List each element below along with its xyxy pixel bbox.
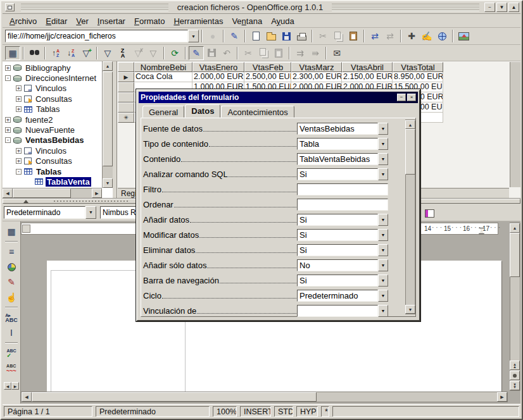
scrollbar-thumb[interactable]: [405, 129, 415, 175]
field-value[interactable]: [297, 183, 388, 195]
scrollbar-thumb[interactable]: [510, 233, 520, 277]
explorer-splitter[interactable]: [113, 61, 117, 198]
insert-mode[interactable]: INSERT: [240, 406, 271, 417]
design-mode-icon[interactable]: [422, 206, 437, 220]
field-value[interactable]: Si: [297, 275, 378, 287]
previous-page-icon[interactable]: ▲▲: [510, 361, 520, 370]
document-horizontal-scrollbar[interactable]: ◀ ▶: [21, 392, 508, 402]
dropdown-icon[interactable]: ▼: [378, 138, 388, 150]
tree-item-vinculos[interactable]: +Vinculos: [3, 145, 102, 156]
field-combobox[interactable]: Tabla▼: [297, 138, 388, 150]
dropdown-icon[interactable]: ▼: [378, 123, 388, 135]
menu-archivo[interactable]: Archivo: [5, 15, 41, 27]
column-header-vtasfeb[interactable]: VtasFeb: [244, 62, 291, 72]
window-menu-icon[interactable]: [5, 3, 15, 11]
field-textbox[interactable]: [297, 183, 388, 195]
copy-icon[interactable]: [256, 46, 271, 60]
dropdown-icon[interactable]: ▼: [378, 275, 388, 287]
dropdown-icon[interactable]: ▼: [378, 305, 388, 317]
titlebar[interactable]: creacion ficheros - OpenOffice.org 1.0.1…: [3, 1, 520, 14]
paragraph-style-value[interactable]: Predeterminado: [4, 206, 85, 219]
scroll-up-icon[interactable]: ▲: [510, 223, 520, 233]
standard-filter-icon[interactable]: ▽: [100, 46, 115, 60]
toolbar-scroll-right-icon[interactable]: ▶: [11, 382, 19, 390]
hide-beamer-icon[interactable]: [23, 200, 28, 203]
sort-ascending-icon[interactable]: ↑AZ: [48, 46, 63, 60]
table-cell[interactable]: 2.150,00 EUR: [342, 72, 393, 82]
navigator-icon[interactable]: ✚: [404, 29, 419, 43]
save-document-icon[interactable]: [279, 29, 294, 43]
tree-item-consultas[interactable]: +Consultas: [3, 94, 102, 104]
undo-icon[interactable]: ⇄: [367, 29, 382, 43]
refresh-icon[interactable]: ⟳: [167, 46, 182, 60]
expand-icon[interactable]: +: [5, 117, 11, 123]
field-value[interactable]: [297, 305, 378, 317]
hyperlink-mode[interactable]: HYP: [296, 406, 318, 417]
dropdown-icon[interactable]: ▼: [378, 229, 388, 241]
tree-item-nuevafuente[interactable]: +NuevaFuente: [3, 125, 102, 135]
dropdown-icon[interactable]: ▼: [378, 153, 388, 165]
field-value[interactable]: Tabla: [297, 138, 378, 150]
form-functions-icon[interactable]: ☝: [4, 290, 19, 305]
column-header-vtastotal[interactable]: VtasTotal: [393, 62, 443, 72]
spellcheck-icon[interactable]: ABC✓: [4, 345, 19, 361]
autotext-icon[interactable]: A▸ABC: [4, 310, 19, 325]
selection-mode[interactable]: STD: [274, 406, 293, 417]
page-style[interactable]: Predeterminado: [96, 406, 210, 417]
close-icon[interactable]: ×: [407, 94, 416, 101]
table-vertical-scrollbar[interactable]: [510, 62, 520, 187]
shade-button-icon[interactable]: ▼: [496, 3, 507, 12]
copy-icon[interactable]: [331, 29, 346, 43]
field-textbox[interactable]: [297, 199, 388, 211]
field-combobox[interactable]: Si▼: [297, 229, 388, 241]
record-selector[interactable]: [118, 92, 134, 102]
redo-icon[interactable]: ⇄: [382, 29, 398, 43]
dropdown-icon[interactable]: ▼: [378, 259, 388, 271]
expand-icon[interactable]: +: [16, 158, 22, 164]
cut-icon[interactable]: ✂: [315, 29, 331, 43]
field-value[interactable]: TablaVentaBebidas: [297, 153, 378, 165]
record-selector[interactable]: [118, 82, 134, 92]
auto-spellcheck-icon[interactable]: ABC~~~: [4, 361, 19, 376]
paste-icon[interactable]: [271, 46, 286, 60]
next-page-icon[interactable]: ▼▼: [510, 381, 520, 390]
dropdown-icon[interactable]: ▼: [378, 244, 388, 256]
mail-merge-icon[interactable]: ✉: [329, 46, 344, 60]
expand-icon[interactable]: +: [16, 106, 22, 112]
apply-filter-icon[interactable]: ▽: [146, 46, 161, 60]
insert-objects-icon[interactable]: [4, 259, 19, 275]
maximize-button-icon[interactable]: ▲: [508, 3, 519, 12]
collapse-icon[interactable]: -: [5, 137, 11, 143]
field-combobox[interactable]: Si▼: [297, 168, 388, 180]
data-source-as-table-icon[interactable]: ▦: [5, 46, 20, 60]
table-row[interactable]: ▶Coca Cola2.000,00 EUR2.500,00 EUR2.300,…: [118, 72, 509, 82]
cut-icon[interactable]: ✂: [241, 46, 256, 60]
insert-table-icon[interactable]: ▦: [4, 224, 19, 239]
menu-ver[interactable]: Ver: [72, 15, 93, 27]
tree-item-tablaventa[interactable]: TablaVenta: [3, 176, 102, 187]
scrollbar-thumb[interactable]: [32, 392, 317, 402]
save-record-icon[interactable]: [204, 46, 219, 60]
record-selector[interactable]: [118, 102, 134, 113]
rollup-icon[interactable]: −: [397, 94, 406, 101]
menu-insertar[interactable]: Insertar: [93, 15, 130, 27]
sort-icon[interactable]: ZA: [115, 46, 130, 60]
toolbar-scroll-left-icon[interactable]: ◀: [4, 382, 11, 390]
field-value[interactable]: [297, 199, 388, 211]
navigation-icon[interactable]: [510, 371, 520, 380]
dropdown-icon[interactable]: ▼: [378, 168, 388, 180]
tree-item-consultas[interactable]: +Consultas: [3, 156, 102, 166]
direct-cursor-on-off-icon[interactable]: I: [4, 325, 19, 340]
paragraph-style-combobox[interactable]: Predeterminado ▼: [4, 206, 96, 219]
zoom-level[interactable]: 100%: [213, 406, 237, 417]
tab-type-selector[interactable]: [22, 225, 30, 233]
column-header-vtasabril[interactable]: VtasAbril: [342, 62, 393, 72]
page-indicator[interactable]: Página 1 / 1: [4, 406, 92, 417]
menu-ventana[interactable]: Ventana: [227, 15, 267, 27]
menu-editar[interactable]: Editar: [41, 15, 72, 27]
field-combobox[interactable]: VentasBebidas▼: [297, 123, 388, 135]
sort-descending-icon[interactable]: ↓ZA: [63, 46, 79, 60]
table-cell[interactable]: 8.950,00 EUR: [393, 72, 443, 82]
table-cell[interactable]: 2.500,00 EUR: [244, 72, 291, 82]
tab-general[interactable]: General: [142, 106, 184, 118]
